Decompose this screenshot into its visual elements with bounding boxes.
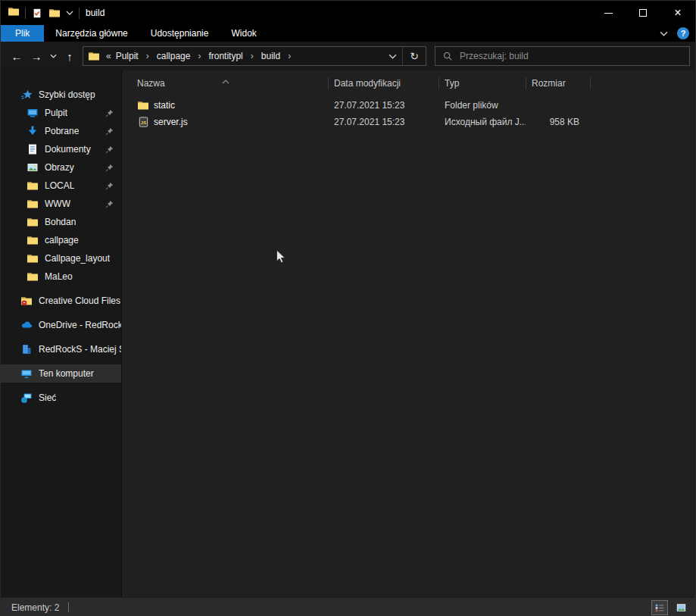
sidebar-item-label: WWW — [45, 199, 70, 209]
tab-udost-pnianie[interactable]: Udostępnianie — [139, 25, 220, 42]
sidebar-item-label: LOCAL — [45, 180, 74, 191]
forward-button[interactable]: → — [28, 47, 45, 65]
pin-icon — [105, 127, 121, 136]
close-icon: × — [674, 7, 681, 19]
minimize-icon — [604, 13, 613, 14]
sidebar-item-onedrive-redrocks[interactable]: OneDrive - RedRockS — [1, 316, 121, 334]
refresh-icon[interactable]: ↻ — [403, 50, 426, 62]
sidebar-item-maleo[interactable]: MaLeo — [1, 267, 121, 286]
address-dropdown-chevron[interactable] — [382, 54, 402, 59]
sidebar-item-ten-komputer[interactable]: Ten komputer — [1, 364, 121, 383]
sidebar-item-label: Pobrane — [45, 126, 79, 136]
column-header-data-modyfikacji[interactable]: Data modyfikacji — [328, 73, 439, 93]
details-view-icon — [654, 602, 666, 614]
breadcrumb-item[interactable]: frontitypl — [207, 51, 244, 61]
new-folder-button[interactable] — [48, 7, 61, 19]
sidebar-item-label: Szybki dostęp — [39, 89, 95, 100]
sidebar-item-bohdan[interactable]: Bohdan — [1, 213, 121, 231]
file-type: Исходный файл J... — [439, 117, 526, 127]
window-title: build — [86, 8, 105, 18]
column-header-typ[interactable]: Typ — [439, 73, 526, 93]
breadcrumb-separator[interactable]: › — [192, 51, 207, 61]
tab-plik[interactable]: Plik — [1, 25, 44, 42]
thumbnails-view-button[interactable] — [673, 600, 689, 615]
ccfolder-icon — [20, 295, 33, 307]
folder-icon — [27, 270, 39, 283]
quick-access-toolbar — [1, 5, 80, 20]
minimize-button[interactable] — [591, 1, 626, 25]
navigation-pane: Szybki dostęp Pulpit Pobrane Dokumenty O… — [1, 70, 122, 597]
column-headers: NazwaData modyfikacjiTypRozmiar — [122, 73, 695, 93]
maximize-icon — [639, 9, 647, 17]
items-count: Elementy: 2 — [11, 602, 59, 613]
breadcrumb-separator[interactable]: › — [140, 51, 155, 61]
desktop-icon — [27, 107, 39, 119]
breadcrumb-item[interactable]: callpage — [155, 51, 192, 61]
sidebar-item-szybki-dostęp[interactable]: Szybki dostęp — [1, 86, 121, 104]
breadcrumb-separator[interactable]: › — [245, 51, 260, 61]
help-button[interactable]: ? — [677, 27, 689, 39]
status-bar: Elementy: 2 — [1, 597, 695, 616]
details-view-button[interactable] — [651, 600, 668, 615]
breadcrumb-item[interactable]: Pulpit — [114, 51, 140, 61]
thispc-icon — [20, 367, 33, 380]
picture-icon — [27, 161, 39, 174]
tab-narz-dzia-g-wne[interactable]: Narzędzia główne — [44, 25, 139, 42]
back-button[interactable]: ← — [8, 47, 25, 65]
file-list-pane: NazwaData modyfikacjiTypRozmiar static 2… — [122, 70, 695, 597]
file-date: 27.07.2021 15:23 — [328, 100, 439, 111]
recent-locations-chevron[interactable] — [48, 47, 58, 65]
sidebar-item-obrazy[interactable]: Obrazy — [1, 158, 121, 177]
sidebar-item-label: OneDrive - RedRockS — [39, 320, 121, 330]
sidebar-item-dokumenty[interactable]: Dokumenty — [1, 140, 121, 158]
column-header-blank[interactable] — [590, 73, 605, 93]
sidebar-item-pobrane[interactable]: Pobrane — [1, 122, 121, 140]
sidebar-item-local[interactable]: LOCAL — [1, 177, 121, 195]
sidebar-item-label: Pulpit — [45, 108, 67, 118]
breadcrumb-overflow[interactable]: « — [105, 51, 114, 61]
up-button[interactable]: ↑ — [61, 47, 78, 65]
file-row[interactable]: static 27.07.2021 15:23 Folder plików — [122, 97, 695, 114]
breadcrumb-separator[interactable]: › — [282, 51, 297, 61]
sidebar-item-www[interactable]: WWW — [1, 195, 121, 213]
column-header-nazwa[interactable]: Nazwa — [122, 73, 328, 93]
sidebar-item-label: Creative Cloud Files — [39, 295, 120, 306]
folder-icon — [27, 234, 39, 246]
sidebar-item-label: Dokumenty — [45, 144, 91, 155]
navigation-toolbar: ← → ↑ « Pulpit ›callpage ›frontitypl ›bu… — [1, 42, 695, 70]
file-type: Folder plików — [439, 100, 526, 111]
sidebar-item-creative-cloud-files[interactable]: Creative Cloud Files — [1, 292, 121, 310]
pin-icon — [105, 108, 121, 118]
window-controls: × — [591, 1, 695, 25]
qat-customize-chevron[interactable] — [66, 7, 73, 19]
file-size: 958 KB — [526, 117, 590, 127]
sidebar-item-callpage[interactable]: callpage — [1, 231, 121, 249]
sidebar-item-pulpit[interactable]: Pulpit — [1, 104, 121, 122]
folder-icon — [137, 99, 149, 111]
search-box[interactable] — [435, 46, 690, 66]
file-row[interactable]: JSserver.js 27.07.2021 15:23 Исходный фа… — [122, 114, 695, 130]
address-bar[interactable]: « Pulpit ›callpage ›frontitypl ›build › … — [83, 46, 426, 66]
breadcrumb-item[interactable]: build — [260, 51, 282, 61]
properties-button[interactable] — [31, 7, 43, 19]
sidebar-item-redrocks-maciej-se[interactable]: RedRockS - Maciej Se — [1, 340, 121, 358]
title-bar: build × — [1, 1, 695, 25]
tab-widok[interactable]: Widok — [220, 25, 267, 42]
sidebar-item-sieć[interactable]: Sieć — [1, 389, 121, 407]
file-name: server.js — [154, 117, 188, 127]
search-input[interactable] — [460, 51, 683, 61]
column-header-rozmiar[interactable]: Rozmiar — [526, 73, 590, 93]
sidebar-item-label: RedRockS - Maciej Se — [39, 344, 121, 355]
pin-icon — [105, 163, 121, 173]
svg-text:JS: JS — [140, 120, 145, 125]
sidebar-item-label: callpage — [45, 235, 79, 245]
expand-ribbon-chevron-icon[interactable] — [657, 27, 669, 39]
sidebar-item-label: MaLeo — [45, 271, 73, 282]
folder-icon — [27, 216, 39, 228]
sidebar-item-callpage-layout[interactable]: Callpage_layout — [1, 249, 121, 267]
maximize-button[interactable] — [626, 1, 660, 25]
folder-icon — [27, 180, 39, 192]
js-file-icon: JS — [137, 116, 149, 128]
network-icon — [20, 392, 33, 404]
close-button[interactable]: × — [660, 1, 695, 25]
